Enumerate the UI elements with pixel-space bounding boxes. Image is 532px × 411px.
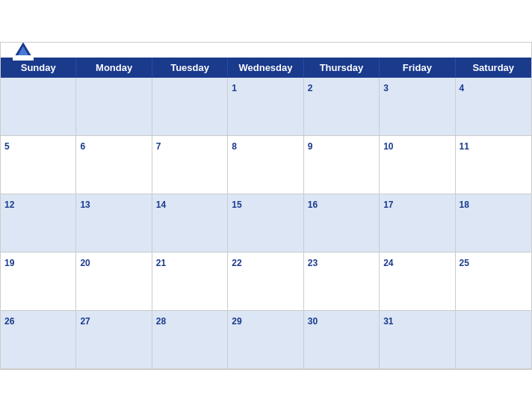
date-number: 16 xyxy=(308,200,318,210)
date-number: 31 xyxy=(383,316,393,327)
date-number: 12 xyxy=(4,200,14,210)
date-number: 29 xyxy=(232,316,241,327)
calendar-cell: 9 xyxy=(304,136,380,194)
date-number: 27 xyxy=(80,316,90,327)
date-number: 9 xyxy=(308,141,313,152)
date-number: 23 xyxy=(308,258,318,268)
calendar-cell: 16 xyxy=(304,194,380,253)
calendar-cell: 19 xyxy=(1,253,76,311)
calendar-cell: 22 xyxy=(228,253,303,311)
calendar-cell: 4 xyxy=(456,78,531,136)
date-number: 28 xyxy=(156,316,166,327)
calendar-cell: 17 xyxy=(380,194,455,253)
date-number: 5 xyxy=(4,141,10,152)
date-number: 26 xyxy=(4,316,14,327)
date-number: 6 xyxy=(80,141,85,152)
date-number: 15 xyxy=(232,200,241,210)
calendar-cell: 14 xyxy=(152,194,228,253)
calendar-cell xyxy=(152,78,228,136)
calendar-cell: 31 xyxy=(380,311,455,369)
date-number: 21 xyxy=(156,258,166,268)
date-number: 3 xyxy=(383,83,389,93)
calendar-cell: 26 xyxy=(1,311,76,369)
calendar-cell xyxy=(76,78,152,136)
date-number: 1 xyxy=(232,83,237,93)
day-header-tuesday: Tuesday xyxy=(152,58,228,78)
date-number: 13 xyxy=(80,200,90,210)
date-number: 25 xyxy=(460,258,469,268)
calendar-cell xyxy=(456,311,531,369)
calendar-cell: 27 xyxy=(76,311,152,369)
calendar-cell: 30 xyxy=(304,311,380,369)
calendar-cell: 25 xyxy=(456,253,531,311)
logo-icon xyxy=(13,42,34,61)
day-header-monday: Monday xyxy=(76,58,152,78)
calendar-cell: 28 xyxy=(152,311,228,369)
calendar-cell: 5 xyxy=(1,136,76,194)
date-number: 19 xyxy=(4,258,14,268)
calendar-cell: 20 xyxy=(76,253,152,311)
date-number: 20 xyxy=(80,258,90,268)
date-number: 11 xyxy=(460,141,469,152)
calendar-cell: 23 xyxy=(304,253,380,311)
date-number: 24 xyxy=(383,258,393,268)
calendar: Sunday Monday Tuesday Wednesday Thursday… xyxy=(0,42,532,370)
calendar-cell: 15 xyxy=(228,194,303,253)
calendar-cell: 3 xyxy=(380,78,455,136)
calendar-cell xyxy=(1,78,76,136)
calendar-cell: 18 xyxy=(456,194,531,253)
calendar-cell: 24 xyxy=(380,253,455,311)
date-number: 4 xyxy=(460,83,465,93)
calendar-cell: 2 xyxy=(304,78,380,136)
calendar-cell: 21 xyxy=(152,253,228,311)
calendar-cell: 11 xyxy=(456,136,531,194)
calendar-cell: 1 xyxy=(228,78,303,136)
calendar-cell: 8 xyxy=(228,136,303,194)
day-header-wednesday: Wednesday xyxy=(228,58,303,78)
calendar-cell: 13 xyxy=(76,194,152,253)
day-header-saturday: Saturday xyxy=(456,58,531,78)
day-header-friday: Friday xyxy=(380,58,455,78)
calendar-cell: 7 xyxy=(152,136,228,194)
date-number: 2 xyxy=(308,83,313,93)
calendar-grid: 1234567891011121314151617181920212223242… xyxy=(1,78,531,369)
date-number: 10 xyxy=(383,141,393,152)
date-number: 30 xyxy=(308,316,318,327)
date-number: 7 xyxy=(156,141,161,152)
calendar-cell: 6 xyxy=(76,136,152,194)
logo xyxy=(13,42,37,61)
calendar-cell: 29 xyxy=(228,311,303,369)
date-number: 14 xyxy=(156,200,166,210)
date-number: 22 xyxy=(232,258,241,268)
date-number: 17 xyxy=(383,200,393,210)
day-headers: Sunday Monday Tuesday Wednesday Thursday… xyxy=(1,58,531,78)
calendar-header xyxy=(1,43,531,58)
date-number: 8 xyxy=(232,141,237,152)
calendar-cell: 10 xyxy=(380,136,455,194)
day-header-thursday: Thursday xyxy=(304,58,380,78)
calendar-cell: 12 xyxy=(1,194,76,253)
day-header-sunday: Sunday xyxy=(1,58,76,78)
date-number: 18 xyxy=(460,200,469,210)
